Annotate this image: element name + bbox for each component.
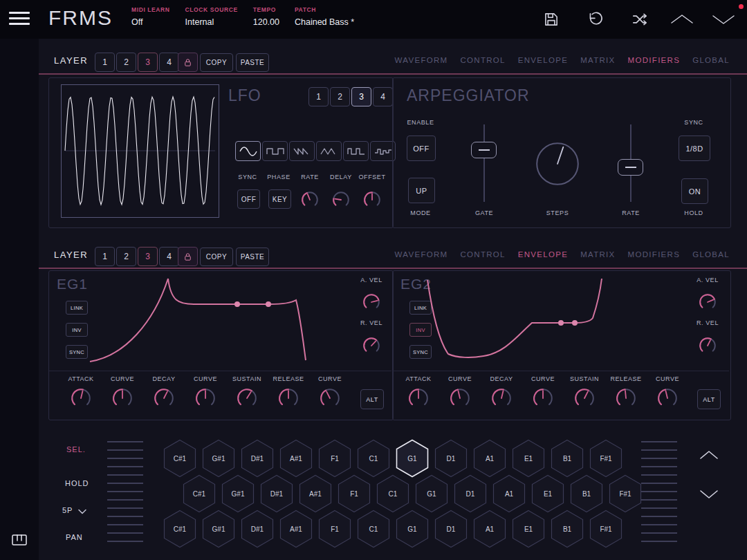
arp-gate-slider[interactable]: [471, 124, 497, 202]
midi-learn-field[interactable]: MIDI LEARN Off: [131, 6, 170, 27]
pad-e1[interactable]: E1: [511, 510, 546, 548]
pad-a1[interactable]: A1: [472, 510, 507, 548]
eg1-release-knob[interactable]: [278, 388, 299, 409]
tab-modifiers[interactable]: MODIFIERS: [628, 56, 681, 64]
pad-f1[interactable]: F1: [337, 474, 371, 513]
pad-c1[interactable]: C1: [376, 474, 410, 513]
pad-as1[interactable]: A#1: [279, 510, 313, 548]
pad-a1[interactable]: A1: [492, 474, 526, 513]
tempo-field[interactable]: TEMPO 120.00: [253, 6, 279, 27]
lfo-shape-triangle-icon[interactable]: [316, 141, 342, 161]
pads-voices-value[interactable]: 5P: [62, 506, 73, 514]
save-icon[interactable]: [541, 9, 562, 30]
lfo-phase-button[interactable]: KEY: [268, 189, 291, 209]
eg2-curve-knob[interactable]: [657, 388, 678, 409]
eg1-attack-knob[interactable]: [71, 388, 91, 409]
eg1-sustain-handle[interactable]: [234, 301, 240, 307]
pad-gs1[interactable]: G#1: [221, 474, 255, 513]
eg1-alt-button[interactable]: ALT: [360, 389, 384, 409]
eg2-release-knob[interactable]: [616, 388, 636, 409]
pad-e1[interactable]: E1: [531, 474, 565, 513]
pad-e1[interactable]: E1: [511, 439, 546, 478]
layer-lock-icon[interactable]: [178, 247, 198, 266]
pad-g1[interactable]: G1: [395, 439, 430, 478]
eg1-sustain-handle[interactable]: [266, 301, 271, 307]
clock-source-value[interactable]: Internal: [185, 17, 238, 27]
tab-envelope[interactable]: ENVELOPE: [518, 250, 568, 259]
pads-hold-label[interactable]: HOLD: [65, 479, 89, 487]
chevron-down-icon[interactable]: [712, 12, 735, 26]
chevron-up-icon[interactable]: [670, 12, 694, 26]
pad-cs1[interactable]: C#1: [163, 439, 197, 478]
pad-b1[interactable]: B1: [550, 439, 584, 478]
lfo-shape-square-icon[interactable]: [262, 141, 288, 161]
clock-source-field[interactable]: CLOCK SOURCE Internal: [185, 6, 238, 27]
pad-ds1[interactable]: D#1: [259, 474, 294, 513]
tab-matrix[interactable]: MATRIX: [580, 56, 615, 64]
arp-mode-button[interactable]: UP: [408, 178, 435, 203]
lfo-rate-knob[interactable]: [301, 191, 319, 209]
copy-button[interactable]: COPY: [200, 53, 233, 72]
pitch-ribbon-right[interactable]: [641, 441, 677, 546]
pad-f1[interactable]: F1: [317, 439, 352, 478]
pad-gs1[interactable]: G#1: [201, 439, 236, 478]
pad-fs1[interactable]: F#1: [608, 474, 643, 513]
pad-ds1[interactable]: D#1: [240, 510, 275, 548]
eg2-rvel-knob[interactable]: [699, 337, 717, 355]
tab-global[interactable]: GLOBAL: [692, 56, 730, 64]
pad-a1[interactable]: A1: [472, 439, 507, 478]
layer-3-button[interactable]: 3: [138, 247, 158, 266]
eg2-decay-knob[interactable]: [491, 388, 512, 409]
eg2-avel-knob[interactable]: [699, 293, 717, 311]
tempo-value[interactable]: 120.00: [253, 17, 279, 27]
tab-global[interactable]: GLOBAL: [692, 250, 730, 259]
paste-button[interactable]: PASTE: [236, 53, 269, 72]
layer-lock-icon[interactable]: [178, 53, 198, 72]
eg1-sustain-knob[interactable]: [237, 388, 257, 409]
tab-control[interactable]: CONTROL: [460, 56, 505, 64]
lfo-offset-knob[interactable]: [363, 191, 381, 209]
pad-as1[interactable]: A#1: [298, 474, 333, 513]
pad-b1[interactable]: B1: [550, 510, 584, 548]
copy-button[interactable]: COPY: [200, 248, 233, 266]
eg1-avel-knob[interactable]: [362, 293, 380, 311]
shuffle-icon[interactable]: [629, 9, 650, 30]
lfo-select-1-button[interactable]: 1: [308, 87, 329, 106]
pad-g1[interactable]: G1: [395, 510, 430, 548]
tab-modifiers[interactable]: MODIFIERS: [628, 250, 681, 259]
pad-f1[interactable]: F1: [317, 510, 352, 548]
lfo-sync-button[interactable]: OFF: [237, 189, 260, 209]
pad-gs1[interactable]: G#1: [201, 510, 236, 548]
arp-steps-knob[interactable]: [535, 142, 580, 186]
tab-matrix[interactable]: MATRIX: [580, 250, 615, 259]
arp-sync-button[interactable]: 1/8D: [679, 136, 710, 161]
patch-field[interactable]: PATCH Chained Bass *: [295, 6, 354, 27]
eg2-attack-knob[interactable]: [408, 388, 429, 409]
tab-envelope[interactable]: ENVELOPE: [518, 56, 568, 64]
midi-learn-value[interactable]: Off: [131, 17, 170, 27]
layer-1-button[interactable]: 1: [95, 53, 115, 72]
octave-down-icon[interactable]: [697, 487, 721, 501]
pad-b1[interactable]: B1: [569, 474, 604, 513]
voices-dropdown-chevron-icon[interactable]: [77, 508, 87, 515]
pad-fs1[interactable]: F#1: [589, 439, 623, 478]
pad-ds1[interactable]: D#1: [240, 439, 275, 478]
tab-waveform[interactable]: WAVEFORM: [395, 56, 448, 64]
eg1-decay-knob[interactable]: [154, 388, 174, 409]
layer-4-button[interactable]: 4: [159, 247, 179, 266]
paste-button[interactable]: PASTE: [236, 248, 269, 266]
lfo-shape-pulse-icon[interactable]: [343, 141, 369, 161]
layer-2-button[interactable]: 2: [116, 53, 136, 72]
eg1-rvel-knob[interactable]: [362, 337, 380, 355]
tab-control[interactable]: CONTROL: [460, 250, 505, 259]
eg2-curve-knob[interactable]: [533, 388, 553, 409]
patch-value[interactable]: Chained Bass *: [295, 17, 354, 27]
eg1-curve-knob[interactable]: [195, 388, 216, 409]
pad-cs1[interactable]: C#1: [182, 474, 216, 513]
pad-d1[interactable]: D1: [434, 439, 468, 478]
eg2-sustain-handle[interactable]: [572, 320, 578, 326]
pad-as1[interactable]: A#1: [279, 439, 313, 478]
pad-fs1[interactable]: F#1: [589, 510, 623, 548]
pad-d1[interactable]: D1: [453, 474, 488, 513]
keyboard-toggle-icon[interactable]: [11, 534, 28, 546]
